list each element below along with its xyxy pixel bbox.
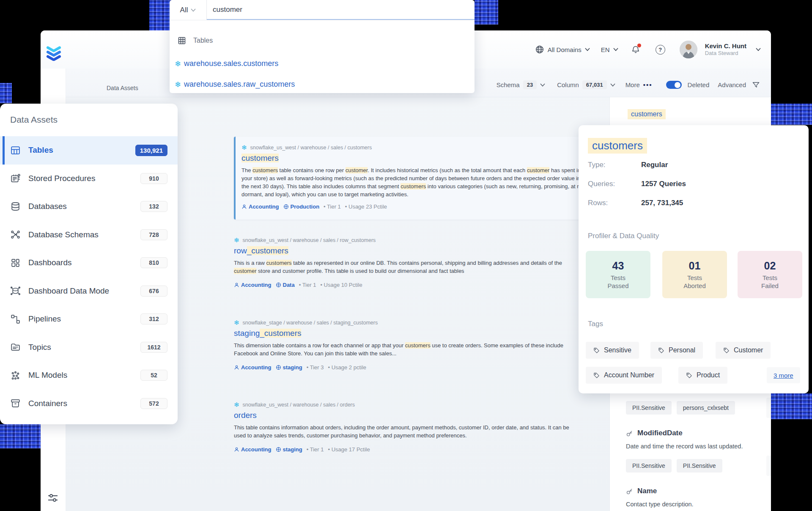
more-tags-link[interactable]: 3 more [766,456,771,476]
user-name: Kevin C. Hunt [705,42,746,50]
table-icon [10,145,21,156]
owner-link[interactable]: Accounting [234,446,272,453]
filter-more-label: More [625,81,640,88]
domain-link[interactable]: Data [276,282,295,288]
tag-icon [686,372,692,379]
snowflake-icon: ❄ [234,401,239,408]
sidebar-item-label: Pipelines [28,314,133,324]
notifications-button[interactable] [631,44,640,55]
sidebar-item-label: Tables [28,146,128,155]
tests-passed-stat: 43 TestsPassed [586,251,650,298]
search-result-card[interactable]: ❄ snowflake_stage / warehouse / sales / … [234,319,589,371]
deleted-toggle[interactable] [666,81,682,89]
app-logo[interactable] [44,43,63,61]
help-button[interactable]: ? [656,45,665,55]
settings-sliders-icon[interactable] [47,492,59,504]
search-suggestion[interactable]: ❄ warehouse.sales.raw_customers [175,80,295,89]
search-dropdown: All customer Tables ❄ warehouse.sales.cu… [170,0,475,93]
result-title[interactable]: staging_customers [234,329,301,338]
user-menu[interactable]: Kevin C. Hunt Data Steward [680,41,761,58]
sidebar-item-dashboard-data-models[interactable]: Dashboard Data Mode 676 [0,277,178,305]
filter-funnel-icon[interactable] [752,81,760,89]
chevron-down-icon [756,48,761,51]
sidebar-item-label: Dashboard Data Mode [28,286,133,296]
tag-chip[interactable]: PII.Sensitive [626,459,672,473]
filter-schema[interactable]: Schema 23 [497,80,546,89]
tests-failed-stat: 02 TestsFailed [738,251,802,298]
sidebar-item-database-schemas[interactable]: Database Schemas 728 [0,221,178,249]
tests-aborted-stat: 01 TestsAborted [662,251,727,298]
sidebar-item-containers[interactable]: Containers 572 [0,390,178,418]
column-name: ModifiedDate [637,429,683,437]
sidebar-item-dashboards[interactable]: Dashboards 810 [0,249,178,277]
header-controls: All Domains EN ? [535,30,761,69]
sidebar-item-databases[interactable]: Databases 132 [0,192,178,221]
usage-label: • Usage 10 Pctile [320,282,362,288]
help-glyph: ? [658,47,662,53]
owner-link[interactable]: Accounting [241,203,279,210]
tier-label: • Tier 1 [324,203,341,210]
tag-chip[interactable]: Personal [650,342,703,359]
result-footer: Accounting Production • Tier 1 • Usage 2… [241,203,589,210]
domain-link[interactable]: staging [276,446,302,453]
search-suggestion[interactable]: ❄ warehouse.sales.customers [175,59,278,68]
user-icon [241,204,247,209]
tag-icon [723,347,730,354]
tab-data-assets[interactable]: Data Assets [107,85,138,91]
search-input[interactable]: customer [207,0,475,20]
globe-icon [276,365,281,370]
filter-column[interactable]: Column 67,031 [557,80,615,89]
sidebar-item-pipelines[interactable]: Pipelines 312 [0,305,178,333]
tag-chip[interactable]: PII.Sensitive [677,459,722,473]
column-field: ModifiedDate [626,429,758,437]
usage-label: • Usage 17 Pctile [328,446,370,453]
search-scope-selector[interactable]: All [170,0,207,20]
globe-icon [276,447,281,452]
domains-selector[interactable]: All Domains [535,45,590,54]
filter-bar: Schema 23 Column 67,031 More ••• Deleted… [497,80,760,89]
domain-link[interactable]: Production [283,203,320,210]
language-selector[interactable]: EN [601,46,618,53]
dashboard-icon [10,258,21,268]
breadcrumb-path: snowflake_stage / warehouse / sales / st… [243,320,378,326]
tag-chip[interactable]: Product [678,367,727,384]
tag-icon [593,347,600,354]
tag-chip[interactable]: PII.Sensitive [626,401,672,415]
chevron-down-icon [540,83,545,87]
owner-link[interactable]: Accounting [234,282,272,288]
tag-chip[interactable]: Account Number [586,367,662,384]
sidebar-item-tables[interactable]: Tables 130,921 [0,136,178,165]
tag-chip[interactable]: Sensitive [586,342,639,359]
sidebar-item-ml-models[interactable]: ML Models 52 [0,361,178,390]
advanced-search-link[interactable]: Advanced [718,81,746,88]
result-title[interactable]: customers [241,154,279,163]
usage-label: • Usage 2 pctile [328,364,366,371]
sidebar-item-label: Stored Procedures [28,174,133,183]
result-title[interactable]: row_customers [234,246,288,256]
result-description: This dimension table contains a row for … [234,341,580,357]
sidebar-item-stored-procedures[interactable]: Stored Procedures 910 [0,165,178,193]
search-result-card[interactable]: ❄ snowflake_us_west / warehouse / sales … [234,401,589,453]
sidebar-item-topics[interactable]: Topics 1612 [0,333,178,362]
more-tags-link[interactable]: 3 more [766,398,771,418]
column-name: Name [637,487,657,495]
domain-link[interactable]: staging [276,364,302,371]
result-title[interactable]: orders [234,411,257,420]
data-model-icon [10,286,21,296]
chevron-down-icon [585,48,590,51]
avatar [680,41,697,58]
count-badge: 810 [140,257,167,268]
count-badge: 1612 [140,342,167,353]
canvas: All Domains EN ? [0,0,812,511]
search-result-card[interactable]: ❄ snowflake_us_west / warehouse / sales … [234,137,589,220]
snowflake-icon: ❄ [175,81,181,88]
filter-more[interactable]: More ••• [625,81,653,88]
tag-chip[interactable]: Customer [716,342,771,359]
tag-chip[interactable]: persons_cxlxsebt [677,401,735,415]
detail-row-type: Type: Regular [588,161,668,169]
owner-link[interactable]: Accounting [234,364,272,371]
count-badge: 676 [140,286,167,297]
more-tags-link[interactable]: 3 more [767,367,800,383]
detail-row-queries: Queries: 1257 Queries [588,180,686,188]
search-result-card[interactable]: ❄ snowflake_us_west / warehouse / sales … [234,237,589,288]
